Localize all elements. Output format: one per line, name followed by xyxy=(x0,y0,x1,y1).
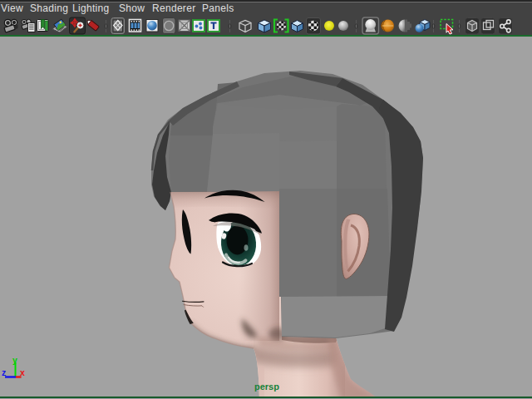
svg-text:y: y xyxy=(12,355,17,365)
svg-text:x: x xyxy=(20,367,25,377)
svg-text:z: z xyxy=(2,367,6,377)
